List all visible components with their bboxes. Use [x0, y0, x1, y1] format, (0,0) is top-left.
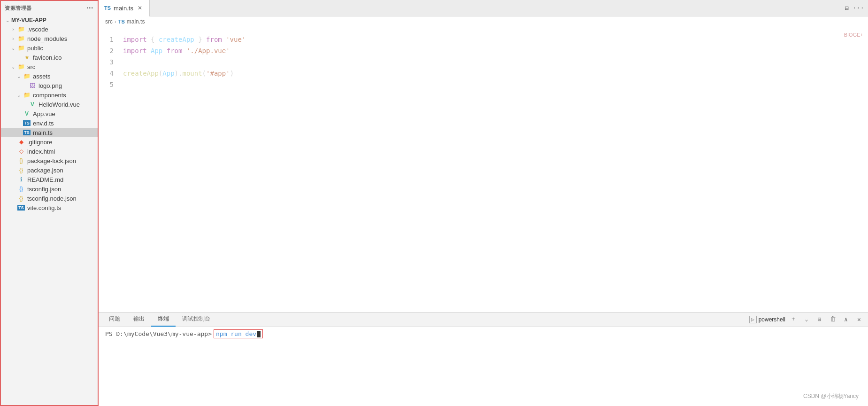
code-line-3 — [123, 56, 868, 68]
tree-item-favicon[interactable]: ★ favicon.ico — [0, 53, 98, 62]
tab-problems[interactable]: 问题 — [102, 312, 127, 327]
assets-label: assets — [33, 73, 51, 80]
viteconfig-label: vite.config.ts — [27, 204, 61, 211]
node-modules-label: node_modules — [27, 35, 67, 42]
breadcrumb: src › TS main.ts — [99, 16, 868, 27]
editor-area: 1 2 3 4 5 import { createApp } from 'vue… — [99, 27, 868, 312]
tree-item-node-modules[interactable]: › 📁 node_modules — [0, 34, 98, 43]
delete-terminal-button[interactable]: 🗑 — [828, 314, 838, 325]
bottom-watermark: CSDN @小绵杨Yancy — [803, 392, 859, 400]
folder-icon: 📁 — [17, 63, 25, 70]
image-icon: 🖼 — [28, 82, 37, 89]
components-arrow: ⌄ — [15, 93, 23, 98]
kw-from: from — [206, 36, 222, 43]
ts-icon: TS — [23, 119, 31, 127]
tab-maints[interactable]: TS main.ts ✕ — [99, 0, 150, 16]
tree-item-gitignore[interactable]: ◆ .gitignore — [0, 137, 98, 147]
tree-item-appvue[interactable]: V App.vue — [0, 109, 98, 118]
tree-item-components[interactable]: ⌄ 📁 components — [0, 90, 98, 100]
tree-item-pkg[interactable]: {} package.json — [0, 165, 98, 175]
envd-label: env.d.ts — [33, 120, 54, 127]
tree-item-tsconfignode[interactable]: {} tsconfig.node.json — [0, 194, 98, 203]
public-arrow: ⌄ — [9, 46, 17, 51]
node-modules-arrow: › — [9, 36, 17, 41]
tree-item-readme[interactable]: ℹ README.md — [0, 175, 98, 184]
line-numbers: 1 2 3 4 5 — [99, 27, 117, 312]
ts-icon: TS — [17, 204, 25, 211]
split-terminal-icon[interactable]: ⊟ — [814, 314, 825, 325]
json-blue-icon: {} — [17, 185, 25, 193]
sidebar-title: 资源管理器 — [5, 5, 32, 12]
assets-arrow: ⌄ — [15, 74, 23, 79]
json-icon: {} — [17, 157, 25, 164]
tree-item-maints[interactable]: TS main.ts — [0, 128, 98, 137]
tsconfignode-label: tsconfig.node.json — [27, 195, 77, 202]
vue-icon: V — [23, 110, 31, 117]
folder-icon: 📁 — [17, 25, 25, 33]
json-icon: {} — [17, 195, 25, 202]
root-arrow: ⌄ — [4, 18, 11, 23]
breadcrumb-ts-icon: TS — [118, 19, 125, 24]
gitignore-label: .gitignore — [27, 139, 52, 146]
vscode-label: .vscode — [27, 26, 48, 33]
tree-item-tsconfig[interactable]: {} tsconfig.json — [0, 184, 98, 194]
ts-icon: TS — [23, 129, 31, 136]
tab-output[interactable]: 输出 — [127, 312, 151, 327]
powershell-text: powershell — [759, 316, 785, 323]
close-terminal-button[interactable]: ✕ — [854, 314, 864, 325]
tree-item-public[interactable]: ⌄ 📁 public — [0, 43, 98, 53]
sidebar-more-icon[interactable]: ··· — [86, 4, 93, 12]
tree-item-envd[interactable]: TS env.d.ts — [0, 118, 98, 128]
split-editor-icon[interactable]: ⊟ — [845, 4, 848, 12]
json-icon: {} — [17, 166, 25, 174]
tree-item-src[interactable]: ⌄ 📁 src — [0, 62, 98, 71]
tab-debug-console[interactable]: 调试控制台 — [176, 312, 217, 327]
tab-ts-icon: TS — [104, 5, 111, 11]
tree-item-pkglock[interactable]: {} package-lock.json — [0, 156, 98, 165]
tree-item-assets[interactable]: ⌄ 📁 assets — [0, 71, 98, 81]
tree-item-viteconfig[interactable]: TS vite.config.ts — [0, 203, 98, 212]
powershell-label: ▷ powershell — [749, 316, 785, 323]
terminal-content[interactable]: PS D:\myCode\Vue3\my-vue-app> npm run de… — [99, 327, 868, 406]
maints-label: main.ts — [33, 129, 53, 136]
breadcrumb-file: main.ts — [127, 18, 145, 25]
components-label: components — [33, 92, 66, 99]
tree-item-logo[interactable]: 🖼 logo.png — [0, 81, 98, 90]
right-panel: TS main.ts ✕ ⊟ ··· src › TS main.ts 1 2 — [99, 0, 868, 406]
vue-icon: V — [28, 101, 37, 108]
tree-item-helloworld[interactable]: V HelloWorld.vue — [0, 100, 98, 109]
folder-icon: 📁 — [23, 72, 31, 80]
folder-icon: 📁 — [23, 91, 31, 99]
indexhtml-label: index.html — [27, 148, 55, 155]
terminal-command-box: npm run dev — [214, 329, 263, 338]
code-line-1: import { createApp } from 'vue' — [123, 34, 868, 45]
code-line-5 — [123, 79, 868, 90]
vscode-arrow: › — [9, 27, 17, 32]
readme-label: README.md — [27, 176, 63, 183]
html-icon: ◇ — [17, 148, 25, 155]
tree-item-indexhtml[interactable]: ◇ index.html — [0, 147, 98, 156]
appvue-label: App.vue — [33, 110, 55, 117]
code-line-4: createApp(App).mount('#app') — [123, 68, 868, 79]
pkg-label: package.json — [27, 167, 63, 174]
src-label: src — [27, 63, 35, 70]
tab-more-icon[interactable]: ··· — [853, 4, 864, 12]
tree-item-vscode[interactable]: › 📁 .vscode — [0, 24, 98, 34]
tree-root[interactable]: ⌄ MY-VUE-APP — [0, 16, 98, 24]
tab-close-button[interactable]: ✕ — [136, 4, 144, 12]
tab-bar: TS main.ts ✕ ⊟ ··· — [99, 0, 868, 16]
tsconfig-label: tsconfig.json — [27, 186, 61, 193]
breadcrumb-src: src — [105, 18, 113, 25]
bottom-panel: 问题 输出 终端 调试控制台 ▷ powersh — [99, 312, 868, 406]
md-icon: ℹ — [17, 176, 25, 183]
tab-terminal[interactable]: 终端 — [151, 312, 176, 327]
split-terminal-button[interactable]: ⌄ — [801, 314, 812, 325]
tab-label: main.ts — [114, 5, 133, 12]
maximize-terminal-button[interactable]: ∧ — [841, 314, 851, 325]
add-terminal-button[interactable]: + — [788, 314, 799, 325]
terminal-command: npm run dev — [216, 330, 256, 337]
code-editor[interactable]: import { createApp } from 'vue' import A… — [117, 27, 868, 312]
folder-icon: 📁 — [17, 44, 25, 52]
git-icon: ◆ — [17, 138, 25, 146]
public-label: public — [27, 45, 43, 52]
